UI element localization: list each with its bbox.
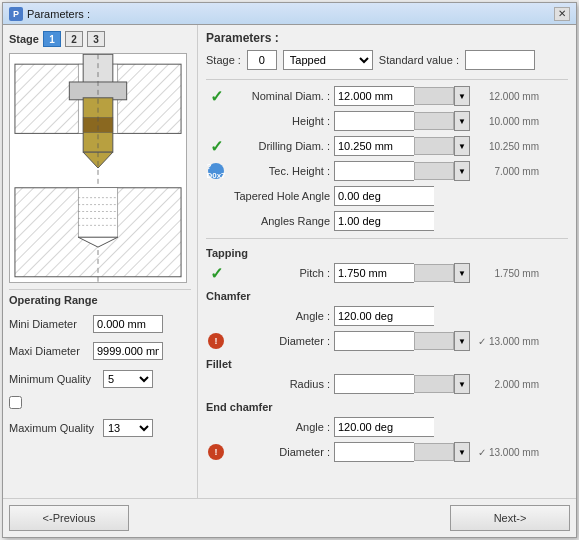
- drilling-diam-label: Drilling Diam. :: [230, 140, 330, 152]
- end-chamfer-section-label: End chamfer: [206, 401, 568, 413]
- tec-height-slider[interactable]: [414, 162, 454, 180]
- mini-diameter-input[interactable]: [93, 315, 163, 333]
- tapping-section-label: Tapping: [206, 247, 568, 259]
- nominal-diam-input[interactable]: [334, 86, 414, 106]
- drilling-diam-input[interactable]: [334, 136, 414, 156]
- nominal-diam-icon: ✓: [206, 87, 226, 106]
- stage-header: Stage 1 2 3: [9, 31, 191, 47]
- pitch-row: ✓ Pitch : ▼ 1.750 mm: [206, 262, 568, 284]
- fillet-radius-dropdown[interactable]: ▼: [454, 374, 470, 394]
- std-value-input[interactable]: [465, 50, 535, 70]
- maxi-diameter-input[interactable]: [93, 342, 163, 360]
- tapered-hole-row: Tapered Hole Angle: [206, 185, 568, 207]
- next-button[interactable]: Next->: [450, 505, 570, 531]
- end-diam-ref: ✓ 13.000 mm: [474, 447, 539, 458]
- std-value-label: Standard value :: [379, 54, 459, 66]
- height-dropdown[interactable]: ▼: [454, 111, 470, 131]
- tec-height-label: Tec. Height :: [230, 165, 330, 177]
- nominal-diam-dropdown[interactable]: ▼: [454, 86, 470, 106]
- left-panel: Stage 1 2 3: [3, 25, 198, 498]
- chamfer-angle-input[interactable]: [334, 306, 434, 326]
- pitch-ref: 1.750 mm: [474, 268, 539, 279]
- chamfer-diam-icon: !: [206, 333, 226, 349]
- drilling-diam-slider[interactable]: [414, 137, 454, 155]
- pitch-input[interactable]: [334, 263, 414, 283]
- chamfer-diam-dropdown[interactable]: ▼: [454, 331, 470, 351]
- stage-number-input[interactable]: [247, 50, 277, 70]
- end-diam-row: ! Diameter : ▼ ✓ 13.000 mm: [206, 441, 568, 463]
- chamfer-diam-combo: ▼: [334, 331, 470, 351]
- drilling-diam-dropdown[interactable]: ▼: [454, 136, 470, 156]
- check-icon-1: ✓: [210, 87, 223, 106]
- stage-btn-1[interactable]: 1: [43, 31, 61, 47]
- min-quality-label: Minimum Quality: [9, 373, 99, 385]
- tec-height-row: ?D0x7 Tec. Height : ▼ 7.000 mm: [206, 160, 568, 182]
- fillet-radius-slider[interactable]: [414, 375, 454, 393]
- nominal-diam-row: ✓ Nominal Diam. : ▼ 12.000 mm: [206, 85, 568, 107]
- angles-range-row: Angles Range: [206, 210, 568, 232]
- pitch-slider[interactable]: [414, 264, 454, 282]
- stage-type-dropdown[interactable]: Tapped Drilled Countersunk: [283, 50, 373, 70]
- height-combo: ▼: [334, 111, 470, 131]
- fillet-radius-combo: ▼: [334, 374, 470, 394]
- operating-range-header: Operating Range: [9, 289, 191, 306]
- tapered-hole-input[interactable]: [334, 186, 434, 206]
- window-title: Parameters :: [27, 8, 554, 20]
- angles-range-input[interactable]: [334, 211, 434, 231]
- fillet-radius-label: Radius :: [230, 378, 330, 390]
- content-area: Stage 1 2 3: [3, 25, 576, 498]
- end-diam-slider[interactable]: [414, 443, 454, 461]
- fillet-radius-input[interactable]: [334, 374, 414, 394]
- pitch-dropdown[interactable]: ▼: [454, 263, 470, 283]
- maxi-diameter-label: Maxi Diameter: [9, 345, 89, 357]
- warn-icon-2: !: [208, 444, 224, 460]
- chamfer-angle-label: Angle :: [230, 310, 330, 322]
- height-input[interactable]: [334, 111, 414, 131]
- drilling-diam-icon: ✓: [206, 137, 226, 156]
- right-panel: Parameters : Stage : Tapped Drilled Coun…: [198, 25, 576, 498]
- info-icon-1: ?D0x7: [208, 163, 224, 179]
- max-quality-select[interactable]: 13 12 11: [103, 419, 153, 437]
- end-chamfer-angle-input[interactable]: [334, 417, 434, 437]
- pitch-icon: ✓: [206, 264, 226, 283]
- drilling-diam-combo: ▼: [334, 136, 470, 156]
- chamfer-diam-slider[interactable]: [414, 332, 454, 350]
- quality-checkbox[interactable]: [9, 396, 22, 409]
- title-bar: P Parameters : ✕: [3, 3, 576, 25]
- tec-height-icon: ?D0x7: [206, 163, 226, 179]
- min-quality-select[interactable]: 5 6 7: [103, 370, 153, 388]
- height-slider[interactable]: [414, 112, 454, 130]
- chamfer-diam-label: Diameter :: [230, 335, 330, 347]
- max-quality-row: Maximum Quality 13 12 11: [9, 419, 191, 437]
- tec-height-input[interactable]: [334, 161, 414, 181]
- stage-btn-3[interactable]: 3: [87, 31, 105, 47]
- chamfer-diam-input[interactable]: [334, 331, 414, 351]
- stage-btn-2[interactable]: 2: [65, 31, 83, 47]
- nominal-diam-ref: 12.000 mm: [474, 91, 539, 102]
- chamfer-angle-row: Angle :: [206, 305, 568, 327]
- check-icon-2: ✓: [210, 137, 223, 156]
- mini-diameter-row: Mini Diameter: [9, 315, 191, 333]
- drilling-diam-row: ✓ Drilling Diam. : ▼ 10.250 mm: [206, 135, 568, 157]
- prev-button[interactable]: <-Previous: [9, 505, 129, 531]
- pitch-combo: ▼: [334, 263, 470, 283]
- main-window: P Parameters : ✕ Stage 1 2 3: [2, 2, 577, 538]
- drilling-diam-ref: 10.250 mm: [474, 141, 539, 152]
- drill-svg: [10, 54, 186, 282]
- drill-visualization: [9, 53, 187, 283]
- divider-2: [206, 238, 568, 239]
- end-diam-combo: ▼: [334, 442, 470, 462]
- end-diam-dropdown[interactable]: ▼: [454, 442, 470, 462]
- chamfer-diam-row: ! Diameter : ▼ ✓ 13.000 mm: [206, 330, 568, 352]
- end-diam-input[interactable]: [334, 442, 414, 462]
- fillet-section-label: Fillet: [206, 358, 568, 370]
- close-button[interactable]: ✕: [554, 7, 570, 21]
- chamfer-section-label: Chamfer: [206, 290, 568, 302]
- tec-height-dropdown[interactable]: ▼: [454, 161, 470, 181]
- svg-rect-11: [78, 188, 118, 237]
- end-chamfer-angle-label: Angle :: [230, 421, 330, 433]
- chamfer-diam-ref: ✓ 13.000 mm: [474, 336, 539, 347]
- nominal-diam-slider[interactable]: [414, 87, 454, 105]
- end-diam-icon: !: [206, 444, 226, 460]
- min-quality-row: Minimum Quality 5 6 7: [9, 370, 191, 388]
